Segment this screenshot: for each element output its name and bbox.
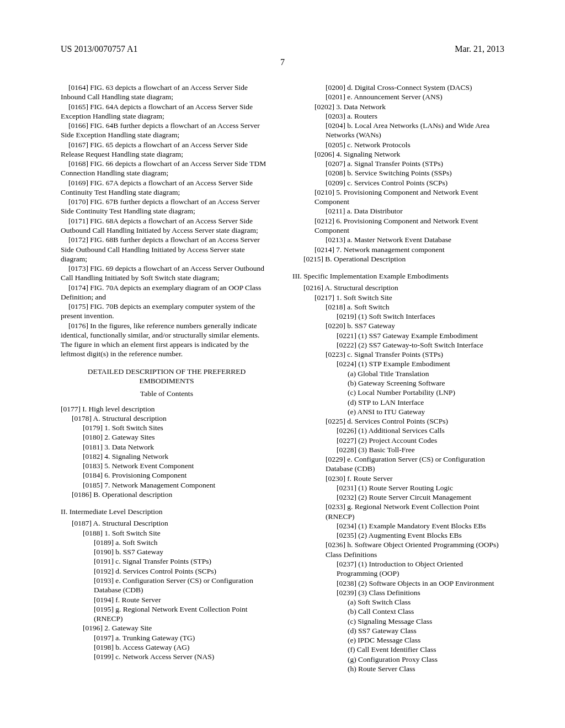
- body-paragraph: [0174] FIG. 70A depicts an exemplary dia…: [61, 283, 273, 302]
- toc-entry: (g) Configuration Proxy Class: [292, 655, 504, 664]
- toc-entry: [0190] b. SS7 Gateway: [61, 547, 273, 556]
- toc-entry: [0211] a. Data Distributor: [292, 206, 504, 216]
- toc-entry: (d) SS7 Gateway Class: [292, 626, 504, 635]
- toc-entry: [0197] a. Trunking Gateway (TG): [61, 633, 273, 643]
- toc-entry: [0206] 4. Signaling Network: [292, 149, 504, 159]
- toc-entry: [0209] c. Services Control Points (SCPs): [292, 178, 504, 188]
- toc-entry: [0182] 4. Signaling Network: [61, 452, 273, 461]
- toc-entry: [0228] (3) Basic Toll-Free: [292, 445, 504, 454]
- toc-entry: [0184] 6. Provisioning Component: [61, 470, 273, 480]
- toc-entry: [0205] c. Network Protocols: [292, 140, 504, 149]
- toc-entry: [0214] 7. Network management component: [292, 245, 504, 254]
- toc-entry: [0218] a. Soft Switch: [292, 302, 504, 312]
- toc-entry: [0178] A. Structural description: [61, 414, 273, 423]
- toc-entry: [0207] a. Signal Transfer Points (STPs): [292, 159, 504, 168]
- toc-entry: [0181] 3. Data Network: [61, 442, 273, 452]
- toc-entry: [0185] 7. Network Management Component: [61, 480, 273, 490]
- body-paragraph: [0173] FIG. 69 depicts a flowchart of an…: [61, 264, 273, 283]
- body-paragraph: [0176] In the figures, like reference nu…: [61, 321, 273, 359]
- page-number: 7: [61, 57, 504, 67]
- toc-entry: [0192] d. Services Control Points (SCPs): [61, 566, 273, 576]
- body-paragraph: [0171] FIG. 68A depicts a flowchart of a…: [61, 216, 273, 235]
- toc-entry: [0191] c. Signal Transfer Points (STPs): [61, 556, 273, 566]
- toc-entry: [0208] b. Service Switching Points (SSPs…: [292, 168, 504, 178]
- toc-entry: [0199] c. Network Access Server (NAS): [61, 652, 273, 661]
- toc-entry: [0195] g. Regional Network Event Collect…: [61, 604, 273, 624]
- toc-entry: [0188] 1. Soft Switch Site: [61, 528, 273, 538]
- toc-entry: (b) Gateway Screening Software: [292, 378, 504, 388]
- toc-entry: (f) Call Event Identifier Class: [292, 645, 504, 654]
- body-paragraph: [0169] FIG. 67A depicts a flowchart of a…: [61, 178, 273, 197]
- pub-number: US 2013/0070757 A1: [61, 44, 138, 54]
- toc-entry: [0223] c. Signal Transfer Points (STPs): [292, 350, 504, 359]
- toc-entry: [0213] a. Master Network Event Database: [292, 235, 504, 244]
- toc-entry: [0222] (2) SS7 Gateway-to-Soft Switch In…: [292, 340, 504, 350]
- toc-entry: [0198] b. Access Gateway (AG): [61, 643, 273, 652]
- toc-entry: [0187] A. Structural Description: [61, 518, 273, 528]
- toc-entry: [0216] A. Structural description: [292, 283, 504, 292]
- toc-entry: [0183] 5. Network Event Component: [61, 461, 273, 470]
- toc-entry: (e) IPDC Message Class: [292, 635, 504, 645]
- pub-date: Mar. 21, 2013: [455, 44, 504, 54]
- body-paragraph: [0175] FIG. 70B depicts an exemplary com…: [61, 302, 273, 321]
- body-paragraph: [0165] FIG. 64A depicts a flowchart of a…: [61, 102, 273, 121]
- toc-entry: (d) STP to LAN Interface: [292, 398, 504, 407]
- toc-entry: [0201] e. Announcement Server (ANS): [292, 92, 504, 101]
- toc-entry: [0194] f. Route Server: [61, 595, 273, 604]
- toc-entry: [0219] (1) Soft Switch Interfaces: [292, 312, 504, 321]
- toc-entry: [0177] I. High level description: [61, 404, 273, 414]
- toc-entry: (a) Global Title Translation: [292, 369, 504, 378]
- toc-entry: [0204] b. Local Area Networks (LANs) and…: [292, 121, 504, 140]
- toc-entry: (h) Route Server Class: [292, 664, 504, 673]
- toc-entry: [0231] (1) Route Server Routing Logic: [292, 483, 504, 493]
- toc-entry: [0210] 5. Provisioning Component and Net…: [292, 188, 504, 207]
- section-ii: II. Intermediate Level Description: [61, 507, 273, 516]
- toc-heading: Table of Contents: [61, 389, 273, 398]
- toc-entry: [0202] 3. Data Network: [292, 102, 504, 111]
- toc-entry: (c) Local Number Portability (LNP): [292, 388, 504, 397]
- toc-entry: [0217] 1. Soft Switch Site: [292, 293, 504, 302]
- toc-entry: [0189] a. Soft Switch: [61, 538, 273, 547]
- toc-entry: [0200] d. Digital Cross-Connect System (…: [292, 83, 504, 92]
- toc-entry: [0179] 1. Soft Switch Sites: [61, 423, 273, 432]
- toc-entry: [0193] e. Configuration Server (CS) or C…: [61, 576, 273, 595]
- column-left: [0164] FIG. 63 depicts a flowchart of an…: [61, 83, 273, 673]
- toc-entry: [0196] 2. Gateway Site: [61, 623, 273, 633]
- toc-entry: [0232] (2) Route Server Circuit Manageme…: [292, 493, 504, 502]
- toc-entry: [0186] B. Operational description: [61, 490, 273, 499]
- toc-entry: [0180] 2. Gateway Sites: [61, 432, 273, 442]
- columns: [0164] FIG. 63 depicts a flowchart of an…: [61, 83, 504, 673]
- section-heading: DETAILED DESCRIPTION OF THE PREFERRED EM…: [61, 367, 273, 386]
- toc-entry: [0225] d. Services Control Points (SCPs): [292, 416, 504, 426]
- toc-entry: [0226] (1) Additional Services Calls: [292, 426, 504, 435]
- toc-entry: [0224] (1) STP Example Embodiment: [292, 359, 504, 368]
- toc-entry: [0220] b. SS7 Gateway: [292, 321, 504, 330]
- page-header: US 2013/0070757 A1 Mar. 21, 2013: [61, 44, 504, 54]
- section-iii: III. Specific Implementation Example Emb…: [292, 271, 504, 281]
- toc-entry: [0235] (2) Augmenting Event Blocks EBs: [292, 531, 504, 540]
- toc-entry: [0227] (2) Project Account Codes: [292, 436, 504, 445]
- body-paragraph: [0167] FIG. 65 depicts a flowchart of an…: [61, 140, 273, 159]
- toc-entry: (b) Call Context Class: [292, 607, 504, 616]
- toc-entry: [0237] (1) Introduction to Object Orient…: [292, 559, 504, 579]
- toc-entry: [0221] (1) SS7 Gateway Example Embodimen…: [292, 331, 504, 340]
- toc-entry: [0203] a. Routers: [292, 111, 504, 121]
- column-right: [0200] d. Digital Cross-Connect System (…: [292, 83, 504, 673]
- toc-entry: [0230] f. Route Server: [292, 474, 504, 483]
- body-paragraph: [0168] FIG. 66 depicts a flowchart of an…: [61, 159, 273, 178]
- body-paragraph: [0164] FIG. 63 depicts a flowchart of an…: [61, 83, 273, 102]
- body-paragraph: [0170] FIG. 67B further depicts a flowch…: [61, 197, 273, 216]
- body-paragraph: [0166] FIG. 64B further depicts a flowch…: [61, 121, 273, 140]
- toc-entry: [0212] 6. Provisioning Component and Net…: [292, 216, 504, 235]
- toc-entry: [0215] B. Operational Description: [292, 254, 504, 264]
- toc-entry: [0233] g. Regional Network Event Collect…: [292, 502, 504, 521]
- toc-entry: (a) Soft Switch Class: [292, 597, 504, 607]
- toc-entry: [0229] e. Configuration Server (CS) or C…: [292, 454, 504, 474]
- toc-entry: [0234] (1) Example Mandatory Event Block…: [292, 521, 504, 531]
- page: US 2013/0070757 A1 Mar. 21, 2013 7 [0164…: [0, 0, 565, 706]
- toc-entry: [0236] h. Software Object Oriented Progr…: [292, 540, 504, 559]
- toc-entry: [0239] (3) Class Definitions: [292, 588, 504, 597]
- body-paragraph: [0172] FIG. 68B further depicts a flowch…: [61, 235, 273, 264]
- toc-entry: (e) ANSI to ITU Gateway: [292, 407, 504, 416]
- toc-entry: (c) Signaling Message Class: [292, 617, 504, 626]
